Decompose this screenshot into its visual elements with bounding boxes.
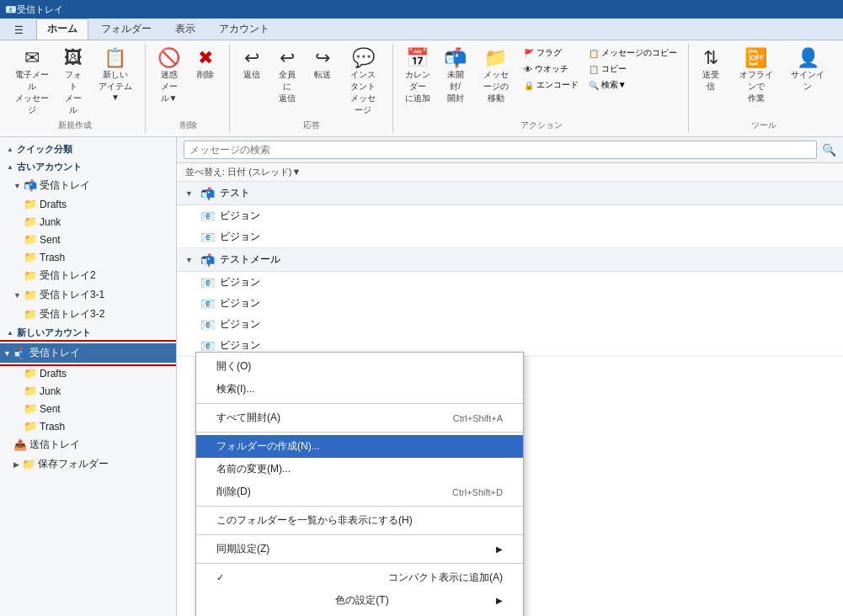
ctx-sync-arrow: ▶ [496,544,503,554]
new-email-button[interactable]: ✉ 電子メールメッセージ [8,45,55,119]
title-bar: 📧 受信トレイ [0,0,843,19]
delete-buttons: 🚫 迷惑メール▼ ✖ 削除 [151,45,221,119]
watch-button[interactable]: 👁 ウオッチ [520,61,583,77]
ctx-compact-view[interactable]: ✓ コンパクト表示に追加(A) [196,566,523,589]
new-inbox-item[interactable]: ▼ 📬 受信トレイ [0,342,176,364]
search-icon: 🔍 [589,81,599,90]
old-inbox-item[interactable]: ▼ 📬 受信トレイ [0,176,176,195]
old-account-header[interactable]: 古いアカウント [0,158,176,176]
email-row-2-3[interactable]: 📧 ビジョン [177,314,843,335]
ctx-hide-label: このフォルダーを一覧から非表示にする(H) [216,513,413,528]
offline-button[interactable]: 📴 オフラインで作業 [729,45,783,108]
new-sent-item[interactable]: 📁 Sent [0,400,176,417]
copy-button[interactable]: 📋 コピー [584,61,681,77]
ctx-hide-folder[interactable]: このフォルダーを一覧から非表示にする(H) [196,509,523,532]
email24-icon: 📧 [200,339,215,353]
flag-button[interactable]: 🚩 フラグ [520,45,583,61]
old-junk-item[interactable]: 📁 Junk [0,213,176,231]
old-drafts-icon: 📁 [24,198,37,210]
delete-button[interactable]: ✖ 削除 [189,45,222,84]
quick-section-header[interactable]: クイック分類 [0,141,176,158]
instant-icon: 💬 [352,49,375,67]
old-drafts-item[interactable]: 📁 Drafts [0,195,176,213]
copy-msg-button[interactable]: 📋 メッセージのコピー [584,45,681,61]
reply-button[interactable]: ↩ 返信 [235,45,269,84]
move-icon: 📁 [484,49,507,67]
new-account-header[interactable]: 新しいアカウント [0,324,176,342]
ctx-search[interactable]: 検索(I)... [196,378,523,401]
reply-all-button[interactable]: ↩ 全員に返信 [270,45,304,108]
signin-button[interactable]: 👤 サインイン [785,45,831,96]
old-inbox2-item[interactable]: 📁 受信トレイ2 [0,266,176,285]
old-inbox31-item[interactable]: ▼ 📁 受信トレイ3-1 [0,285,176,305]
title-bar-label: 受信トレイ [17,3,63,16]
ctx-open-all[interactable]: すべて開封(A) Ctrl+Shift+A [196,406,523,429]
search-btn[interactable]: 🔍 [822,143,836,157]
open-unread-button[interactable]: 📬 未開封/開封 [439,45,472,108]
new-item-button[interactable]: 📋 新しいアイテム▼ [92,45,138,105]
new-account-label: 新しいアカウント [17,327,91,339]
photo-email-button[interactable]: 🖼 フォトメール [56,45,90,119]
thread-header-1[interactable]: ▼ 📬 テスト [177,182,843,205]
ctx-sync-settings[interactable]: 同期設定(Z) ▶ [196,538,523,560]
old-inbox32-item[interactable]: 📁 受信トレイ3-2 [0,305,176,324]
ribbon-group-reply: ↩ 返信 ↩ 全員に返信 ↪ 転送 💬 インスタントメッセージ 応答 [232,44,393,133]
instant-msg-button[interactable]: 💬 インスタントメッセージ [341,45,386,119]
ctx-color-settings[interactable]: 色の設定(T) ▶ [196,589,523,612]
saved-folder-item[interactable]: ▶ 📁 保存フォルダー [0,454,176,474]
new-junk-item[interactable]: 📁 Junk [0,382,176,400]
ctx-open-label: 開く(O) [216,359,251,374]
tab-view[interactable]: 表示 [164,19,206,40]
ctx-rename[interactable]: 名前の変更(M)... [196,458,523,481]
watch-label: ウオッチ [535,63,568,75]
outbox-item[interactable]: 📤 送信トレイ [0,435,176,454]
send-recv-label: 送受信 [700,69,722,93]
copy-label: コピー [601,63,627,75]
flag-label: フラグ [536,47,562,59]
new-trash-label: 📁 Trash [0,419,176,433]
junk-mail-button[interactable]: 🚫 迷惑メール▼ [151,45,186,108]
search-button[interactable]: 🔍 検索▼ [584,77,681,93]
new-drafts-item[interactable]: 📁 Drafts [0,364,176,382]
email-row-2-2[interactable]: 📧 ビジョン [177,293,843,314]
tab-account[interactable]: アカウント [208,19,280,40]
email-row-1-1[interactable]: 📧 ビジョン [177,205,843,226]
move-label: メッセージの移動 [480,69,512,104]
reply-all-label: 全員に返信 [276,69,298,104]
forward-icon: ↪ [315,49,330,67]
calendar-button[interactable]: 📅 カレンダーに追加 [398,45,437,108]
sort-bar[interactable]: 並べ替え: 日付 (スレッド)▼ [177,163,843,182]
move-msg-button[interactable]: 📁 メッセージの移動 [474,45,518,108]
email-thread-2: ▼ 📬 テストメール 📧 ビジョン 📧 ビジョン 📧 ビジョン 📧 [177,248,843,357]
forward-button[interactable]: ↪ 転送 [306,45,339,84]
old-sent-item[interactable]: 📁 Sent [0,231,176,248]
old-trash-item[interactable]: 📁 Trash [0,248,176,266]
new-trash-item[interactable]: 📁 Trash [0,417,176,435]
email11-icon: 📧 [200,210,215,223]
ribbon-group-tools: ⇅ 送受信 📴 オフラインで作業 👤 サインイン ツール [691,44,838,133]
email23-label: ビジョン [220,317,260,332]
tab-home[interactable]: ホーム [36,19,88,40]
email-row-1-2[interactable]: 📧 ビジョン [177,226,843,247]
copy-msg-label: メッセージのコピー [601,47,677,59]
old-inbox-folder-icon: 📬 [24,179,37,192]
ctx-properties[interactable]: プロパティ(R) [196,612,523,616]
email12-icon: 📧 [200,231,215,244]
ctx-new-folder[interactable]: フォルダーの作成(N)... [196,435,523,458]
old-inbox32-label: 📁 受信トレイ3-2 [0,306,176,322]
unread-label: 未開封/開封 [445,69,467,104]
search-label: 検索▼ [601,79,627,91]
email12-label: ビジョン [220,230,260,244]
search-input[interactable] [184,141,817,159]
reply-buttons: ↩ 返信 ↩ 全員に返信 ↪ 転送 💬 インスタントメッセージ [235,45,386,131]
ribbon-menu-btn[interactable]: ☰ [3,21,35,40]
thread-header-2[interactable]: ▼ 📬 テストメール [177,248,843,272]
encode-button[interactable]: 🔒 エンコード [520,77,583,93]
reply-all-icon: ↩ [280,49,295,67]
send-recv-button[interactable]: ⇅ 送受信 [694,45,728,96]
new-buttons: ✉ 電子メールメッセージ 🖼 フォトメール 📋 新しいアイテム▼ [8,45,138,131]
email-row-2-1[interactable]: 📧 ビジョン [177,272,843,293]
tab-folder[interactable]: フォルダー [90,19,163,40]
ctx-open[interactable]: 開く(O) [196,355,523,378]
ctx-delete[interactable]: 削除(D) Ctrl+Shift+D [196,481,523,503]
